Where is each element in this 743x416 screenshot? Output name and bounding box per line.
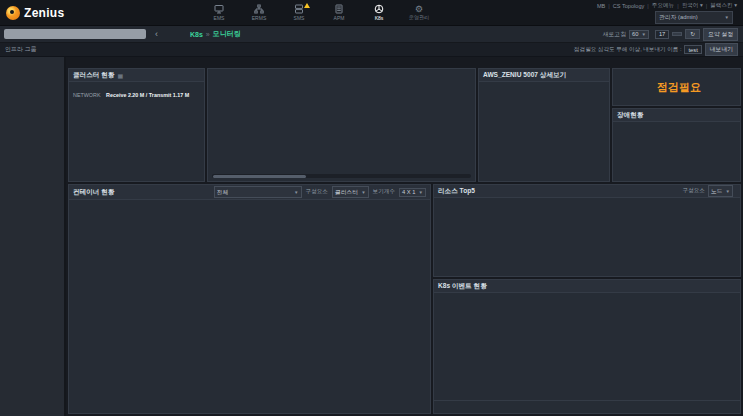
module-ems[interactable]: EMS (204, 4, 234, 21)
fault-boxes (613, 122, 740, 181)
refresh-countdown: 17 (655, 30, 669, 39)
inspection-panel: 점검필요 (612, 68, 741, 106)
network-value: Receive 2.20 M / Transmit 1.17 M (106, 92, 189, 98)
module-item-icon: ⚙ (415, 4, 423, 14)
events-panel: K8s 이벤트 현황 (433, 279, 741, 414)
scope-select[interactable]: 전체 ▼ (214, 186, 302, 198)
panel-title: 리소스 Top5 (438, 187, 475, 196)
refresh-button[interactable]: ↻ (685, 29, 700, 39)
link-separator: | (677, 3, 678, 9)
user-select-value: 관리자 (admin) (659, 13, 698, 22)
header-link-item[interactable]: 블랙스킨 ▾ (710, 2, 737, 10)
fault-header: 장애현황 (613, 109, 740, 122)
summary-settings-button[interactable]: 요약 설정 (703, 28, 738, 41)
export-button[interactable]: 내보내기 (705, 43, 738, 56)
component-label: 구성요소 (683, 187, 705, 195)
top5-component-value: 노드 (711, 187, 723, 196)
panel-title: K8s 이벤트 현황 (438, 282, 487, 291)
view-count-select[interactable]: 4 X 1 ▼ (399, 188, 426, 197)
link-separator: | (608, 3, 609, 9)
detail-rows (479, 85, 609, 91)
view-count-label: 보기개수 (373, 188, 395, 196)
detail-header: AWS_ZENIU 5007 상세보기 (479, 69, 609, 82)
module-label: APM (334, 15, 345, 21)
events-header: K8s 이벤트 현황 (434, 280, 740, 293)
view-mode-radios (188, 57, 741, 68)
refresh-zone: 새로고침 60 ▼ 17 ↻ 요약 설정 (603, 28, 743, 41)
events-table-wrap (434, 293, 740, 400)
module-apm[interactable]: APM (324, 4, 354, 21)
calendar-button[interactable] (672, 32, 682, 36)
breadcrumb-root[interactable]: K8s (190, 31, 203, 38)
brand-logo[interactable]: Zenius (6, 6, 146, 20)
user-select[interactable]: 관리자 (admin) ▼ (655, 11, 733, 24)
panel-title: 장애현황 (617, 111, 643, 120)
export-name-field[interactable]: test (684, 45, 701, 54)
header-links: MB|CS Topology|주요메뉴|한국어 ▾|블랙스킨 ▾ (597, 2, 737, 10)
chevron-down-icon: ▼ (725, 15, 729, 20)
container-groups (69, 204, 430, 413)
component-select[interactable]: 클러스터 ▼ (332, 186, 369, 198)
top5-controls: 구성요소 노드 ▼ (683, 185, 736, 197)
main-area: 클러스터 현황 ▦ NETWORK Receive 2.20 M / Trans… (0, 57, 743, 416)
containers-controls: 전체 ▼ 구성요소 클러스터 ▼ 보기개수 4 X 1 ▼ (214, 186, 426, 198)
tabs-row: 인프라 그룹 점검필요 심각도 무해 이상, 내보내기 이름 : test 내보… (0, 43, 743, 57)
breadcrumb-zone: K8s » 모니터링 새로고침 60 ▼ 17 ↻ 요약 설정 (190, 28, 743, 41)
containers-header: 컨테이너 현황 전체 ▼ 구성요소 클러스터 ▼ 보기개수 (69, 185, 430, 200)
content-area: 클러스터 현황 ▦ NETWORK Receive 2.20 M / Trans… (66, 57, 743, 416)
module-label: EMS (214, 15, 225, 21)
module-item[interactable]: ⚙운영관리 (404, 4, 434, 21)
header-link-cs-topology[interactable]: CS Topology (613, 3, 645, 9)
breadcrumb-page: 모니터링 (213, 29, 241, 39)
warning-badge-icon (304, 3, 310, 8)
chevron-down-icon: ▼ (641, 32, 645, 37)
header-link-item[interactable]: 한국어 ▾ (682, 2, 703, 10)
target-tree-sidebar (0, 57, 66, 416)
module-label: K8s (375, 15, 384, 21)
cluster-summary-header: 클러스터 현황 ▦ (69, 69, 204, 82)
link-separator: | (647, 3, 648, 9)
cards-scrollbar[interactable] (212, 174, 471, 178)
top5-component-select[interactable]: 노드 ▼ (708, 185, 733, 197)
scrollbar-thumb[interactable] (213, 175, 306, 178)
info-icon: ▦ (117, 72, 123, 79)
module-k8s[interactable]: K8s (364, 4, 394, 21)
app-root: Zenius EMSERMSSMSAPMK8s⚙운영관리 MB|CS Topol… (0, 0, 743, 416)
module-label: 운영관리 (409, 14, 429, 20)
top-panels-row: 클러스터 현황 ▦ NETWORK Receive 2.20 M / Trans… (68, 68, 741, 182)
user-row: 관리자 (admin) ▼ (655, 11, 737, 24)
bottom-panels-row: 컨테이너 현황 전체 ▼ 구성요소 클러스터 ▼ 보기개수 (68, 184, 741, 414)
refresh-label: 새로고침 (603, 30, 626, 39)
chevron-down-icon: ▼ (726, 189, 730, 194)
module-ems-icon (214, 4, 224, 15)
module-label: SMS (294, 15, 305, 21)
sidebar-search-zone: ‹ (0, 29, 190, 39)
header-link-item[interactable]: 주요메뉴 (652, 2, 674, 10)
toolbar-row: ‹ K8s » 모니터링 새로고침 60 ▼ 17 ↻ 요약 설정 (0, 26, 743, 43)
cluster-cards (208, 69, 475, 172)
header-link-mb[interactable]: MB (597, 3, 605, 9)
module-k8s-icon (374, 4, 384, 15)
panel-title: AWS_ZENIU 5007 상세보기 (483, 71, 566, 80)
module-erms[interactable]: ERMS (244, 4, 274, 21)
right-column: 점검필요 장애현황 (612, 68, 741, 182)
tabs-zone: 점검필요 심각도 무해 이상, 내보내기 이름 : test 내보내기 (190, 43, 743, 56)
cluster-summary-panel: 클러스터 현황 ▦ NETWORK Receive 2.20 M / Trans… (68, 68, 205, 182)
module-nav: EMSERMSSMSAPMK8s⚙운영관리 (204, 4, 434, 21)
panel-title: 컨테이너 현황 (73, 188, 114, 197)
component-label: 구성요소 (306, 188, 328, 196)
chevron-down-icon: ▼ (294, 190, 298, 195)
refresh-interval-select[interactable]: 60 ▼ (629, 30, 649, 39)
search-input[interactable] (4, 29, 146, 39)
module-sms[interactable]: SMS (284, 4, 314, 21)
group-label: 인프라 그룹 (0, 43, 190, 56)
top-header: Zenius EMSERMSSMSAPMK8s⚙운영관리 MB|CS Topol… (0, 0, 743, 26)
resource-top5-panel: 리소스 Top5 구성요소 노드 ▼ (433, 184, 741, 277)
module-erms-icon (254, 4, 264, 15)
component-select-value: 클러스터 (335, 188, 358, 197)
top5-header: 리소스 Top5 구성요소 노드 ▼ (434, 185, 740, 198)
chevron-down-icon: ▼ (361, 190, 365, 195)
export-notice: 점검필요 심각도 무해 이상, 내보내기 이름 : (574, 46, 682, 54)
collapse-sidebar-icon[interactable]: ‹ (155, 30, 158, 38)
network-label: NETWORK (73, 92, 103, 98)
